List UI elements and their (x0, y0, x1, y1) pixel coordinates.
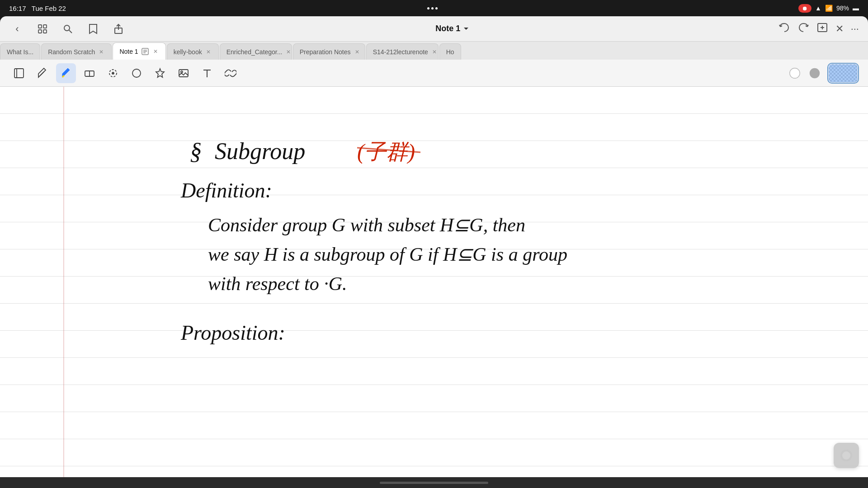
tab-enriched-categ-label: Enriched_Categor... (226, 48, 283, 56)
svg-text:Subgroup: Subgroup (215, 138, 305, 164)
link-tool[interactable] (221, 63, 241, 83)
note-content[interactable]: § Subgroup (子群) Definition: Consider gro… (0, 87, 868, 477)
tab-s14[interactable]: S14-212lecturenote ✕ (366, 43, 439, 60)
tools-bar (0, 60, 868, 87)
left-margin (63, 87, 64, 477)
time-date: 16:17 Tue Feb 22 (9, 5, 66, 12)
recording-button[interactable]: ⏺ (798, 4, 811, 13)
battery: 98% (836, 5, 849, 12)
svg-point-27 (810, 68, 820, 78)
svg-text:we say H is a subgroup of G if: we say H is a subgroup of G if H⊆G is a … (208, 244, 567, 265)
note-title-bar: ‹ (0, 16, 868, 42)
lasso-tool[interactable] (103, 63, 123, 83)
scroll-icon (840, 449, 853, 462)
color-blue-swatch[interactable] (827, 63, 859, 84)
tab-random-scratch[interactable]: Random Scratch ✕ (41, 43, 112, 60)
wifi-icon: ▲ (815, 5, 821, 12)
svg-point-23 (181, 71, 183, 73)
svg-rect-1 (43, 25, 47, 28)
grid-view-button[interactable] (34, 21, 51, 37)
tab-kelly-book[interactable]: kelly-book ✕ (167, 43, 219, 60)
dot2 (431, 7, 434, 9)
pen-tool[interactable] (33, 63, 52, 83)
tab-bar: What Is... Random Scratch ✕ Note 1 ✕ kel… (0, 42, 868, 60)
redo-button[interactable] (797, 22, 809, 36)
tab-ho-label: Ho (446, 48, 454, 56)
image-tool[interactable] (174, 63, 193, 83)
color-empty-swatch[interactable] (788, 66, 802, 80)
svg-line-16 (40, 72, 44, 75)
nav-right: ✕ ··· (778, 22, 859, 36)
svg-text:§: § (190, 138, 202, 164)
tab-prep-notes-label: Preparation Notes (300, 48, 351, 56)
status-bar: 16:17 Tue Feb 22 ⏺ ▲ 📶 98% ▬ (0, 0, 868, 16)
svg-text:Consider group G with subset H: Consider group G with subset H⊆G, then (208, 215, 525, 235)
svg-point-20 (112, 72, 114, 74)
tab-kelly-book-close[interactable]: ✕ (205, 48, 212, 56)
svg-rect-0 (38, 25, 42, 28)
tab-note1-label: Note 1 (119, 48, 138, 55)
battery-icon: ▬ (853, 5, 859, 12)
tab-prep-notes-close[interactable]: ✕ (354, 48, 361, 56)
color-blue-preview (828, 64, 858, 83)
share-button[interactable] (110, 21, 127, 37)
svg-point-21 (132, 69, 141, 77)
handwriting-svg: § Subgroup (子群) Definition: Consider gro… (0, 114, 868, 430)
undo-button[interactable] (778, 22, 790, 36)
color-gray-icon (808, 66, 821, 80)
nav-left: ‹ (9, 21, 127, 37)
tab-ho[interactable]: Ho (439, 43, 461, 60)
svg-rect-14 (14, 69, 24, 78)
svg-rect-3 (43, 30, 47, 33)
eraser-tool[interactable] (80, 63, 99, 83)
back-button[interactable]: ‹ (9, 21, 25, 37)
lined-paper: § Subgroup (子群) Definition: Consider gro… (0, 87, 868, 477)
svg-text:with respect to ·G.: with respect to ·G. (208, 273, 347, 294)
tab-what-is[interactable]: What Is... (0, 43, 40, 60)
status-right-icons: ⏺ ▲ 📶 98% ▬ (798, 4, 859, 13)
tab-kelly-book-label: kelly-book (174, 48, 202, 56)
time: 16:17 (9, 5, 26, 12)
close-button[interactable]: ✕ (835, 23, 844, 35)
tab-random-scratch-label: Random Scratch (48, 48, 95, 56)
dot1 (427, 7, 429, 9)
tab-note1-icon (141, 47, 149, 56)
tab-enriched-categ-close[interactable]: ✕ (285, 48, 292, 56)
svg-text:Proposition:: Proposition: (180, 321, 285, 344)
favorites-tool[interactable] (150, 63, 170, 83)
tab-enriched-categ[interactable]: Enriched_Categor... ✕ (220, 43, 292, 60)
dot3 (435, 7, 438, 9)
center-dots (427, 7, 438, 9)
select-tool[interactable] (9, 63, 29, 83)
svg-point-43 (842, 451, 850, 460)
note-title-center[interactable]: Note 1 (435, 24, 469, 33)
tab-what-is-label: What Is... (7, 48, 33, 56)
tab-note1[interactable]: Note 1 ✕ (113, 42, 165, 60)
tab-random-scratch-close[interactable]: ✕ (98, 48, 105, 56)
bookmark-button[interactable] (85, 21, 101, 37)
color-empty-icon (788, 66, 801, 80)
svg-point-4 (64, 25, 70, 31)
svg-text:Definition:: Definition: (180, 179, 272, 202)
tab-s14-close[interactable]: ✕ (431, 48, 438, 56)
note-title-text: Note 1 (435, 24, 460, 33)
tab-note1-close[interactable]: ✕ (152, 48, 159, 55)
home-bar (380, 482, 488, 484)
home-indicator (0, 477, 868, 488)
add-note-button[interactable] (816, 22, 828, 36)
rec-icon: ⏺ (802, 5, 808, 12)
highlighter-tool[interactable] (56, 63, 76, 83)
svg-rect-32 (829, 64, 858, 82)
date: Tue Feb 22 (32, 5, 66, 12)
signal-icon: 📶 (825, 5, 833, 12)
scroll-button[interactable] (834, 443, 859, 468)
app-container: ‹ (0, 16, 868, 477)
color-gray-swatch[interactable] (807, 66, 822, 80)
svg-line-5 (69, 30, 72, 33)
more-button[interactable]: ··· (851, 23, 859, 35)
svg-rect-2 (38, 30, 42, 33)
tab-prep-notes[interactable]: Preparation Notes ✕ (293, 43, 365, 60)
shapes-tool[interactable] (127, 63, 146, 83)
text-tool[interactable] (197, 63, 217, 83)
search-button[interactable] (60, 21, 76, 37)
